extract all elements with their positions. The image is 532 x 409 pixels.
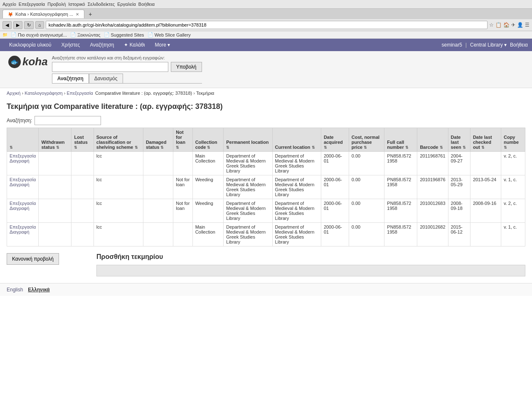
edit-link-2[interactable]: Επεξεργασία (10, 201, 36, 206)
col-barcode[interactable]: Barcode ⇅ (417, 128, 448, 152)
browser-menu-help[interactable]: Βοήθεια (138, 2, 155, 7)
nav-basket[interactable]: ✦ Καλάθι (119, 39, 150, 51)
nav-help-link[interactable]: Βοήθεια (510, 42, 528, 48)
cell-permanent-1: Department of Medieval & Modern Greek St… (224, 175, 272, 199)
koha-text: koha (22, 55, 48, 68)
back-button[interactable]: ◀ (2, 21, 12, 29)
lang-greek-link[interactable]: Ελληνικά (28, 287, 49, 293)
forward-button[interactable]: ▶ (13, 21, 22, 29)
home-button[interactable]: ⌂ (35, 21, 44, 29)
tab-close-button[interactable]: ✕ (76, 12, 79, 17)
top-nav-left: Κυκλοφορία υλικού Χρήστες Αναζήτηση ✦ Κα… (4, 39, 175, 51)
menu-icon[interactable]: ☰ (525, 22, 530, 28)
normal-view-button[interactable]: Κανονική προβολή (7, 253, 59, 265)
bookmarks-bar: 📁 📄 Πιο συχνά αναγνωσμέ... 📄 Ξεκινώντας … (0, 31, 532, 39)
breadcrumb-home[interactable]: Αρχική (7, 91, 20, 96)
col-date-seen[interactable]: Date last seen ⇅ (448, 128, 470, 152)
cell-barcode-0: 2011968761 (417, 152, 448, 175)
cell-damaged-3 (143, 223, 173, 246)
cell-lost-2 (71, 199, 94, 223)
search-tabs: Αναζήτηση Δανεισμός (52, 74, 202, 84)
col-classification[interactable]: Source of classification or shelving sch… (94, 128, 143, 152)
title-bar: Αρχείο Επεξεργασία Προβολή Ιστορικό Σελι… (0, 0, 532, 9)
tab-search[interactable]: Αναζήτηση (52, 74, 89, 83)
col-actions[interactable]: ⇅ (7, 128, 39, 152)
bookmark-start[interactable]: 📄 Ξεκινώντας (70, 32, 100, 37)
cell-withdrawn-2 (39, 199, 71, 223)
nav-user-link[interactable]: seminar5 (442, 42, 462, 48)
filter-input[interactable] (34, 116, 101, 125)
browser-menu-history[interactable]: Ιστορικό (68, 2, 85, 7)
col-collection[interactable]: Collection code ⇅ (192, 128, 224, 152)
cell-classification-2: lcc (94, 199, 143, 223)
breadcrumb-record[interactable]: Comparative literature : (αρ. εγγραφής: … (95, 91, 192, 96)
cell-withdrawn-3 (39, 223, 71, 246)
col-lost[interactable]: Lost status ⇅ (71, 128, 94, 152)
url-input[interactable] (46, 21, 488, 29)
col-date-checked[interactable]: Date last checked out ⇅ (470, 128, 501, 152)
edit-link-3[interactable]: Επεξεργασία (10, 224, 36, 229)
delete-link-3[interactable]: Διαγραφή (10, 229, 36, 234)
bookmark-frequent[interactable]: 📄 Πιο συχνά αναγνωσμέ... (11, 32, 67, 37)
search-area: 🐟 koha Αναζητήστε στον κατάλογο και στη … (0, 51, 532, 88)
bookmark-star-icon[interactable]: ☆ (489, 22, 494, 28)
cell-date-acquired-2: 2000-06-01 (321, 199, 349, 223)
delete-link-1[interactable]: Διαγραφή (10, 182, 36, 187)
delete-link-0[interactable]: Διαγραφή (10, 158, 36, 163)
bookmark-suggested[interactable]: 📄 Suggested Sites (104, 32, 144, 37)
edit-link-1[interactable]: Επεξεργασία (10, 177, 36, 182)
delete-link-2[interactable]: Διαγραφή (10, 206, 36, 211)
cell-permanent-2: Department of Medieval & Modern Greek St… (224, 199, 272, 223)
browser-menu-file[interactable]: Αρχείο (2, 2, 16, 7)
edit-link-0[interactable]: Επεξεργασία (10, 153, 36, 158)
cell-collection-0: Main Collection (192, 152, 224, 175)
breadcrumb-cataloguing[interactable]: Καταλογογράφηση (25, 91, 62, 96)
breadcrumb: Αρχική › Καταλογογράφηση › Επεξεργασία C… (0, 88, 532, 98)
cell-damaged-0 (143, 152, 173, 175)
cell-date-seen-3: 2015-06-12 (448, 223, 470, 246)
browser-menu-tools[interactable]: Εργαλεία (117, 2, 136, 7)
active-tab[interactable]: 🦊 Koha › Καταλογογράφηση ... ✕ (2, 10, 84, 18)
tab-loan[interactable]: Δανεισμός (89, 74, 123, 83)
bookmark-webslice[interactable]: 📄 Web Slice Gallery (148, 32, 191, 37)
reader-mode-icon[interactable]: 📋 (495, 22, 502, 28)
col-withdrawn[interactable]: Withdrawn status ⇅ (39, 128, 71, 152)
col-not-for-loan[interactable]: Not for loan ⇅ (173, 128, 192, 152)
search-input[interactable] (52, 62, 168, 72)
send-icon[interactable]: ✈ (511, 22, 515, 28)
add-item-form-bar[interactable] (96, 265, 525, 276)
col-date-acquired[interactable]: Date acquired ⇅ (321, 128, 349, 152)
cell-current-1: Department of Medieval & Modern Greek St… (272, 175, 321, 199)
new-tab-button[interactable]: + (86, 10, 94, 18)
breadcrumb-edit[interactable]: Επεξεργασία (66, 91, 93, 96)
lang-english-link[interactable]: English (7, 287, 23, 293)
cell-permanent-3: Department of Medieval & Modern Greek St… (224, 223, 272, 246)
nav-users[interactable]: Χρήστες (57, 39, 85, 51)
filter-label: Αναζήτηση: (7, 118, 32, 123)
col-current[interactable]: Current location ⇅ (272, 128, 321, 152)
nav-circulation[interactable]: Κυκλοφορία υλικού (4, 39, 57, 51)
browser-menu-bookmarks[interactable]: Σελιδοδείκτες (88, 2, 115, 7)
table-row: Επεξεργασία Διαγραφή lcc Not for loan We… (7, 175, 525, 199)
col-copy[interactable]: Copy numbe ⇅ (501, 128, 525, 152)
col-call-number[interactable]: Full call number ⇅ (384, 128, 417, 152)
search-submit-button[interactable]: Υποβολή (171, 62, 202, 72)
cell-actions: Επεξεργασία Διαγραφή (7, 175, 39, 199)
home-icon[interactable]: 🏠 (503, 22, 510, 28)
cell-cost-2: 0.00 (349, 199, 384, 223)
nav-more[interactable]: More ▾ (150, 39, 175, 51)
nav-library-link[interactable]: Central Library ▾ (470, 42, 507, 48)
col-cost[interactable]: Cost, normal purchase price ⇅ (349, 128, 384, 152)
page-title: Τεκμήρια για Comparative literature : (α… (0, 98, 532, 113)
account-icon[interactable]: 👤 (517, 22, 523, 28)
browser-menu-edit[interactable]: Επεξεργασία (19, 2, 45, 7)
cell-not-for-loan-2: Not for loan (173, 199, 192, 223)
nav-search[interactable]: Αναζήτηση (85, 39, 119, 51)
col-damaged[interactable]: Damaged status ⇅ (143, 128, 173, 152)
cell-copy-0: v. 2, c. (501, 152, 525, 175)
cell-date-acquired-0: 2000-06-01 (321, 152, 349, 175)
cell-not-for-loan-3 (173, 223, 192, 246)
reload-button[interactable]: ↻ (24, 21, 34, 29)
col-permanent[interactable]: Permanent location ⇅ (224, 128, 272, 152)
browser-menu-view[interactable]: Προβολή (47, 2, 66, 7)
